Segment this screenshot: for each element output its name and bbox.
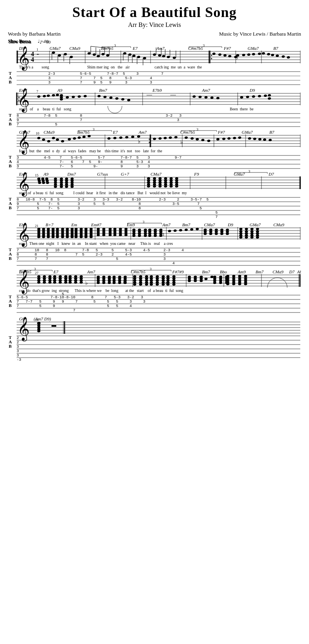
words-by: Words by Barbara Martin (8, 31, 61, 37)
page: Start Of a Beautiful Song Arr By: Vince … (0, 0, 309, 632)
page-title: Start Of a Beautiful Song (8, 4, 301, 21)
page-subtitle: Arr By: Vince Lewis (8, 21, 301, 28)
sheet-music-canvas (8, 39, 301, 628)
music-by: Music by Vince Lewis / Barbara Martin (219, 31, 301, 37)
credits-row: Words by Barbara Martin Music by Vince L… (8, 31, 301, 37)
